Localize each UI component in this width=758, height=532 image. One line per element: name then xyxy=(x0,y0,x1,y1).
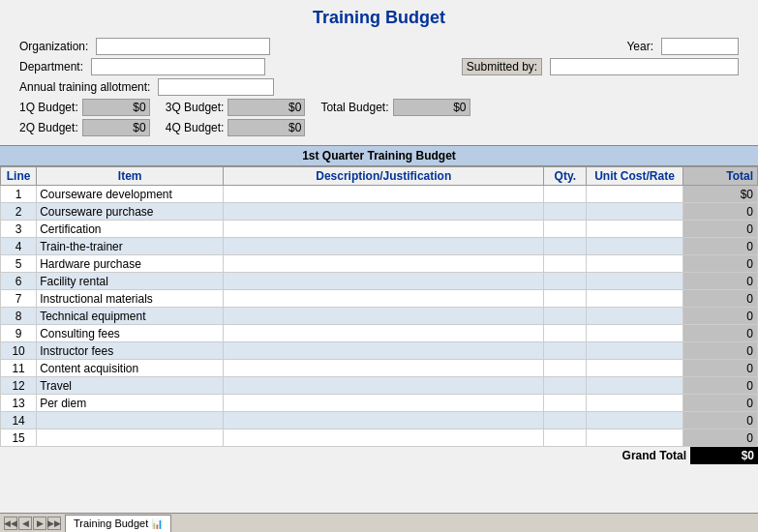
qty-input[interactable] xyxy=(547,379,583,393)
rate-input[interactable] xyxy=(590,431,679,445)
qty-input[interactable] xyxy=(547,414,583,428)
cell-qty[interactable] xyxy=(544,360,587,377)
desc-input[interactable] xyxy=(227,397,540,410)
cell-desc[interactable] xyxy=(224,203,544,221)
qty-input[interactable] xyxy=(547,344,583,358)
cell-desc[interactable] xyxy=(224,429,544,447)
desc-input[interactable] xyxy=(227,414,540,428)
qty-input[interactable] xyxy=(547,397,583,410)
cell-item[interactable] xyxy=(37,255,224,273)
cell-rate[interactable] xyxy=(587,342,682,360)
desc-input[interactable] xyxy=(227,310,540,323)
q1-budget-input[interactable] xyxy=(82,99,150,116)
cell-item[interactable] xyxy=(37,203,224,221)
cell-desc[interactable] xyxy=(224,308,544,325)
cell-qty[interactable] xyxy=(544,186,587,203)
desc-input[interactable] xyxy=(227,327,540,340)
cell-qty[interactable] xyxy=(544,273,587,290)
cell-desc[interactable] xyxy=(224,360,544,377)
cell-qty[interactable] xyxy=(544,395,587,412)
cell-item[interactable] xyxy=(37,308,224,325)
cell-rate[interactable] xyxy=(587,221,682,238)
rate-input[interactable] xyxy=(590,327,679,340)
total-budget-input[interactable] xyxy=(393,99,470,116)
item-input[interactable] xyxy=(40,222,220,236)
cell-desc[interactable] xyxy=(224,395,544,412)
q3-budget-input[interactable] xyxy=(227,99,305,116)
cell-qty[interactable] xyxy=(544,308,587,325)
cell-item[interactable] xyxy=(37,290,224,308)
cell-qty[interactable] xyxy=(544,429,587,447)
item-input[interactable] xyxy=(40,257,220,271)
nav-first-arrow[interactable]: ◀◀ xyxy=(4,517,17,530)
cell-item[interactable] xyxy=(37,412,224,429)
organization-input[interactable] xyxy=(96,38,270,55)
cell-rate[interactable] xyxy=(587,412,682,429)
sheet-nav-arrows[interactable]: ◀◀ ◀ ▶ ▶▶ xyxy=(4,517,61,530)
cell-item[interactable] xyxy=(37,429,224,447)
rate-input[interactable] xyxy=(590,397,679,410)
desc-input[interactable] xyxy=(227,344,540,358)
cell-qty[interactable] xyxy=(544,412,587,429)
cell-desc[interactable] xyxy=(224,412,544,429)
qty-input[interactable] xyxy=(547,310,583,323)
nav-prev-arrow[interactable]: ◀ xyxy=(18,517,32,530)
q4-budget-input[interactable] xyxy=(227,119,305,136)
cell-rate[interactable] xyxy=(587,290,682,308)
rate-input[interactable] xyxy=(590,292,679,306)
cell-desc[interactable] xyxy=(224,255,544,273)
cell-item[interactable] xyxy=(37,221,224,238)
rate-input[interactable] xyxy=(590,188,679,201)
desc-input[interactable] xyxy=(227,379,540,393)
nav-next-arrow[interactable]: ▶ xyxy=(33,517,46,530)
rate-input[interactable] xyxy=(590,257,679,271)
cell-desc[interactable] xyxy=(224,221,544,238)
rate-input[interactable] xyxy=(590,344,679,358)
desc-input[interactable] xyxy=(227,431,540,445)
item-input[interactable] xyxy=(40,414,220,428)
cell-item[interactable] xyxy=(37,377,224,395)
cell-qty[interactable] xyxy=(544,221,587,238)
qty-input[interactable] xyxy=(547,362,583,375)
cell-desc[interactable] xyxy=(224,342,544,360)
qty-input[interactable] xyxy=(547,222,583,236)
item-input[interactable] xyxy=(40,431,220,445)
item-input[interactable] xyxy=(40,397,220,410)
cell-item[interactable] xyxy=(37,186,224,203)
item-input[interactable] xyxy=(40,362,220,375)
desc-input[interactable] xyxy=(227,257,540,271)
rate-input[interactable] xyxy=(590,414,679,428)
item-input[interactable] xyxy=(40,205,220,219)
cell-rate[interactable] xyxy=(587,308,682,325)
cell-qty[interactable] xyxy=(544,203,587,221)
item-input[interactable] xyxy=(40,188,220,201)
rate-input[interactable] xyxy=(590,310,679,323)
cell-qty[interactable] xyxy=(544,377,587,395)
qty-input[interactable] xyxy=(547,275,583,288)
qty-input[interactable] xyxy=(547,205,583,219)
year-input[interactable] xyxy=(661,38,739,55)
cell-qty[interactable] xyxy=(544,290,587,308)
qty-input[interactable] xyxy=(547,257,583,271)
item-input[interactable] xyxy=(40,344,220,358)
desc-input[interactable] xyxy=(227,222,540,236)
q2-budget-input[interactable] xyxy=(82,119,150,136)
cell-rate[interactable] xyxy=(587,377,682,395)
cell-desc[interactable] xyxy=(224,325,544,342)
cell-rate[interactable] xyxy=(587,273,682,290)
department-input[interactable] xyxy=(91,58,265,75)
cell-qty[interactable] xyxy=(544,255,587,273)
rate-input[interactable] xyxy=(590,205,679,219)
desc-input[interactable] xyxy=(227,275,540,288)
rate-input[interactable] xyxy=(590,222,679,236)
cell-item[interactable] xyxy=(37,342,224,360)
cell-item[interactable] xyxy=(37,325,224,342)
qty-input[interactable] xyxy=(547,327,583,340)
cell-desc[interactable] xyxy=(224,377,544,395)
cell-qty[interactable] xyxy=(544,325,587,342)
cell-rate[interactable] xyxy=(587,360,682,377)
rate-input[interactable] xyxy=(590,379,679,393)
cell-rate[interactable] xyxy=(587,395,682,412)
item-input[interactable] xyxy=(40,327,220,340)
cell-qty[interactable] xyxy=(544,342,587,360)
